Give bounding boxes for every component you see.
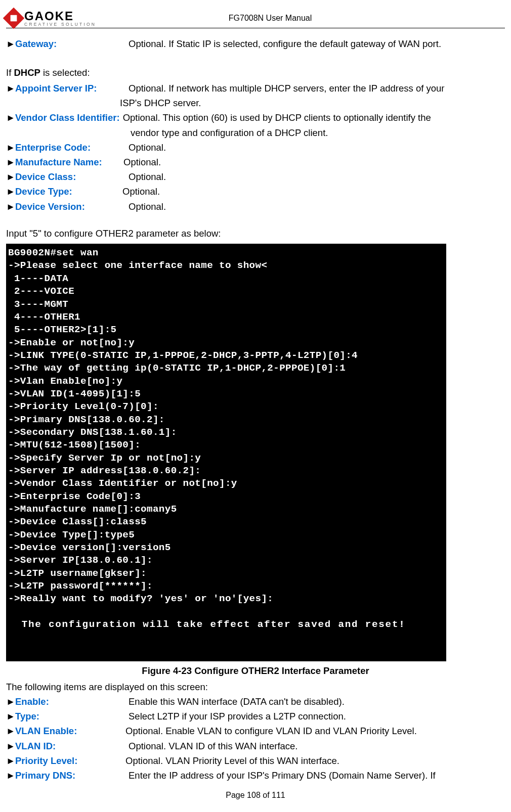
bullet-icon: ► [6, 709, 15, 724]
param-desc: Optional. [129, 199, 505, 214]
brand-tagline: CREATIVE SOLUTION [24, 22, 96, 27]
param-device-version: ► Device Version: Optional. [6, 199, 505, 214]
param-label: Gateway: [15, 36, 129, 51]
param-vlan-enable: ► VLAN Enable: Optional. Enable VLAN to … [6, 724, 505, 738]
param-label: Device Version: [15, 199, 129, 214]
param-desc: Optional. [129, 140, 505, 155]
page-number: Page 108 of 111 [6, 789, 505, 801]
param-desc: Optional. [123, 155, 505, 169]
input5-instruction: Input "5" to configure OTHER2 parameter … [6, 226, 505, 241]
param-priority-level: ► Priority Level: Optional. VLAN Priorit… [6, 753, 505, 768]
param-desc: Enter the IP address of your ISP's Prima… [129, 768, 505, 783]
param-enterprise-code: ► Enterprise Code: Optional. [6, 140, 505, 155]
param-desc: Optional. Enable VLAN to configure VLAN … [125, 724, 505, 738]
bullet-icon: ► [6, 81, 15, 96]
param-desc: Optional. This option (60) is used by DH… [123, 110, 505, 125]
param-label: Manufacture Name: [15, 155, 129, 169]
param-label: Primary DNS: [15, 768, 129, 783]
param-desc: Optional. If network has multiple DHCP s… [129, 81, 505, 96]
bullet-icon: ► [6, 110, 15, 125]
param-enable: ► Enable: Enable this WAN interface (DAT… [6, 694, 505, 709]
param-label: Type: [15, 709, 129, 724]
param-manufacture-name: ► Manufacture Name: Optional. [6, 155, 505, 169]
param-desc-cont: vendor type and configuration of a DHCP … [131, 125, 505, 140]
bullet-icon: ► [6, 724, 15, 738]
param-desc: Optional. [129, 169, 505, 184]
bullet-icon: ► [6, 155, 15, 169]
param-label: VLAN ID: [15, 739, 129, 753]
param-vendor-class: ► Vendor Class Identifier: Optional. Thi… [6, 110, 505, 125]
bullet-icon: ► [6, 753, 15, 768]
dhcp-intro: If DHCP is selected: [6, 65, 505, 80]
param-label: Vendor Class Identifier: [15, 110, 120, 125]
param-device-class: ► Device Class: Optional. [6, 169, 505, 184]
param-desc: Select L2TP if your ISP provides a L2TP … [129, 709, 505, 724]
bullet-icon: ► [6, 36, 15, 51]
param-gateway: ► Gateway: Optional. If Static IP is sel… [6, 36, 505, 51]
figure-caption: Figure 4-23 Configure OTHER2 Interface P… [6, 663, 505, 678]
terminal-screenshot: BG9002N#set wan ->Please select one inte… [6, 244, 446, 661]
param-label: VLAN Enable: [15, 724, 129, 738]
bullet-icon: ► [6, 169, 15, 184]
param-label: Appoint Server IP: [15, 81, 129, 96]
bullet-icon: ► [6, 768, 15, 783]
bullet-icon: ► [6, 694, 15, 709]
param-vlan-id: ► VLAN ID: Optional. VLAN ID of this WAN… [6, 739, 505, 753]
param-label: Enable: [15, 694, 129, 709]
bullet-icon: ► [6, 184, 15, 199]
param-desc-cont: ISP's DHCP server. [120, 96, 505, 110]
param-desc: Optional. [122, 184, 505, 199]
page-header: GAOKE CREATIVE SOLUTION FG7008N User Man… [6, 10, 505, 28]
document-title: FG7008N User Manual [66, 14, 475, 23]
param-desc: Enable this WAN interface (DATA can't be… [129, 694, 505, 709]
logo-icon [3, 8, 24, 29]
param-device-type: ► Device Type: Optional. [6, 184, 505, 199]
bullet-icon: ► [6, 739, 15, 753]
param-desc: Optional. VLAN Priority Level of this WA… [125, 753, 505, 768]
param-desc: Optional. VLAN ID of this WAN interface. [129, 739, 505, 753]
param-label: Device Class: [15, 169, 129, 184]
param-label: Device Type: [15, 184, 129, 199]
param-label: Priority Level: [15, 753, 129, 768]
param-primary-dns: ► Primary DNS: Enter the IP address of y… [6, 768, 505, 783]
param-appoint-server-ip: ► Appoint Server IP: Optional. If networ… [6, 81, 505, 96]
param-type: ► Type: Select L2TP if your ISP provides… [6, 709, 505, 724]
bullet-icon: ► [6, 140, 15, 155]
param-label: Enterprise Code: [15, 140, 129, 155]
param-desc: Optional. If Static IP is selected, conf… [129, 36, 505, 51]
post-figure-text: The following items are displayed on thi… [6, 680, 505, 694]
bullet-icon: ► [6, 199, 15, 214]
